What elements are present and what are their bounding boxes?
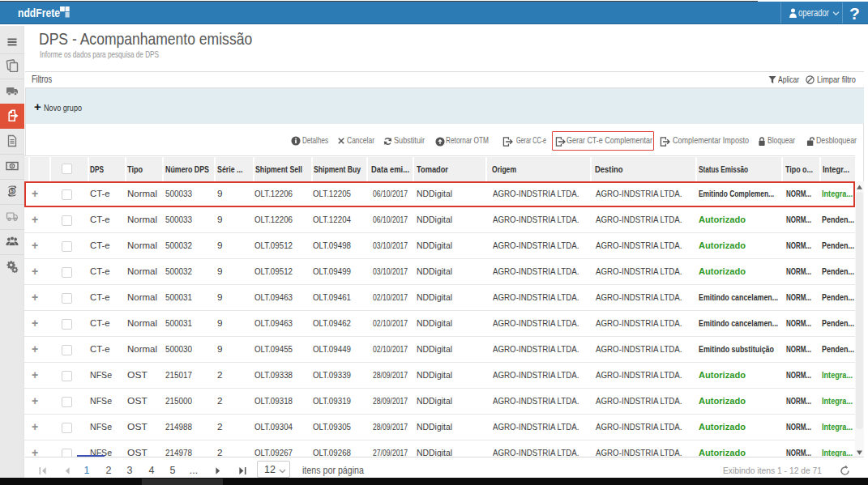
svg-text:$: $ <box>11 188 14 194</box>
